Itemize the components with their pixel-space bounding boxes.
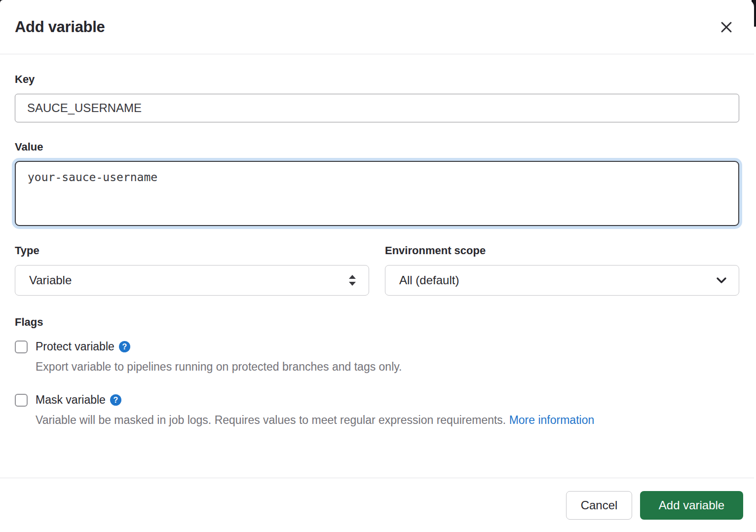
key-label: Key	[15, 73, 739, 87]
key-field-group: Key	[15, 73, 739, 122]
modal-header: Add variable	[0, 0, 754, 54]
chevron-down-icon	[715, 274, 728, 287]
type-select[interactable]: Variable	[15, 265, 369, 296]
type-scope-row: Type Variable Environment scope All (def…	[15, 244, 739, 296]
environment-scope-label: Environment scope	[385, 244, 739, 258]
flags-section: Flags Protect variable ? Export variable…	[15, 315, 739, 428]
add-variable-modal: Add variable Key Value your-sauce-userna…	[0, 0, 754, 532]
modal-body: Key Value your-sauce-username Type Varia…	[0, 54, 754, 478]
mask-variable-description: Variable will be masked in job logs. Req…	[36, 413, 692, 428]
mask-variable-checkbox[interactable]	[15, 394, 28, 407]
protect-variable-checkbox[interactable]	[15, 341, 28, 353]
environment-scope-field-group: Environment scope All (default)	[385, 244, 739, 296]
protect-variable-label[interactable]: Protect variable	[36, 340, 114, 353]
protect-variable-description: Export variable to pipelines running on …	[36, 359, 739, 375]
protect-variable-row: Protect variable ?	[15, 340, 739, 353]
more-information-link[interactable]: More information	[509, 414, 595, 426]
environment-scope-select[interactable]: All (default)	[385, 265, 739, 296]
value-textarea[interactable]: your-sauce-username	[15, 161, 739, 226]
key-input[interactable]	[15, 94, 739, 122]
environment-scope-selected-value: All (default)	[399, 273, 459, 287]
help-icon[interactable]: ?	[110, 394, 121, 406]
modal-footer: Cancel Add variable	[0, 478, 754, 532]
cancel-button[interactable]: Cancel	[566, 491, 632, 520]
flags-label: Flags	[15, 315, 739, 330]
help-icon[interactable]: ?	[119, 341, 130, 352]
modal-title: Add variable	[15, 18, 105, 36]
value-field-group: Value your-sauce-username	[15, 140, 739, 227]
mask-variable-description-text: Variable will be masked in job logs. Req…	[36, 414, 506, 426]
close-icon	[720, 21, 733, 34]
value-label: Value	[15, 140, 739, 154]
type-label: Type	[15, 244, 369, 258]
type-field-group: Type Variable	[15, 244, 369, 296]
add-variable-button[interactable]: Add variable	[640, 491, 743, 520]
sort-arrows-icon	[347, 273, 358, 287]
close-button[interactable]	[716, 16, 737, 38]
mask-variable-label[interactable]: Mask variable	[36, 393, 106, 407]
type-selected-value: Variable	[29, 273, 72, 287]
mask-variable-row: Mask variable ?	[15, 393, 739, 407]
